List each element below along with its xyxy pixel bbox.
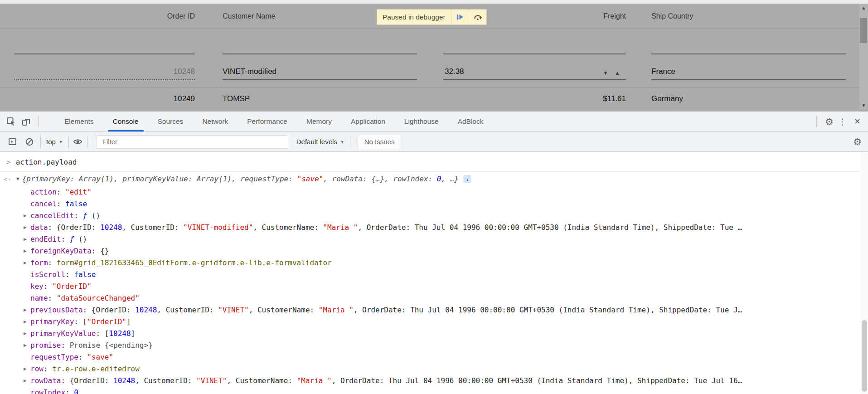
kebab-menu-icon[interactable]: ⋮ xyxy=(838,117,847,126)
filter-input-freight[interactable] xyxy=(443,29,626,54)
tab-network[interactable]: Network xyxy=(193,112,238,131)
grid-vertical-scrollbar[interactable]: ▲ ▼ xyxy=(859,4,868,110)
console-filter-input[interactable] xyxy=(97,135,288,149)
console-text-segment: 10248 xyxy=(135,306,157,314)
console-text-segment: "VINET" xyxy=(196,376,227,385)
filter-input-customer-name[interactable] xyxy=(223,29,417,54)
console-scrollbar-thumb[interactable] xyxy=(862,320,867,392)
console-text-segment: : xyxy=(44,365,52,373)
console-text-segment: : xyxy=(78,353,87,361)
expand-triangle-icon[interactable]: ▶ xyxy=(24,260,30,266)
no-issues-label: No Issues xyxy=(364,138,395,146)
tab-application[interactable]: Application xyxy=(341,112,395,131)
edit-customer-name-field[interactable]: VINET-modified xyxy=(223,59,417,80)
scrollbar-up-icon[interactable]: ▲ xyxy=(859,5,868,12)
resume-script-button[interactable] xyxy=(451,10,469,24)
clear-console-icon[interactable] xyxy=(24,136,35,147)
edit-ship-country-value: France xyxy=(651,67,675,76)
console-input-echo: > action.payload xyxy=(0,153,868,172)
tab-adblock[interactable]: AdBlock xyxy=(448,112,493,131)
console-text-segment: form#grid_1821633465_0EditForm.e-gridfor… xyxy=(57,258,332,267)
expand-triangle-icon[interactable]: ▶ xyxy=(24,319,30,325)
console-text-segment: , CustomerID: xyxy=(122,223,183,232)
console-property-row: requestType: "save" xyxy=(0,351,868,363)
console-text-segment: , …} xyxy=(441,175,459,183)
expand-triangle-icon[interactable]: ▶ xyxy=(24,236,30,242)
filter-input-ship-country[interactable] xyxy=(651,29,846,54)
console-text-segment: form xyxy=(30,258,48,267)
inspect-element-icon[interactable] xyxy=(5,116,16,127)
cell-freight: $11.61 xyxy=(603,94,626,103)
settings-gear-icon[interactable]: ⚙ xyxy=(825,117,834,126)
console-property-row: ▶primaryKeyValue: [10248] xyxy=(0,327,868,339)
console-text-segment: row xyxy=(30,365,44,373)
info-icon[interactable]: i xyxy=(463,175,471,183)
console-text-segment: "Maria " xyxy=(319,306,354,314)
console-scrollbar[interactable] xyxy=(861,153,868,394)
object-preview-line[interactable]: <· ▼ {primaryKey: Array(1), primaryKeyVa… xyxy=(0,172,868,186)
expand-triangle-icon[interactable]: ▶ xyxy=(24,331,30,336)
console-text-segment: : xyxy=(61,341,69,350)
edit-order-id-field: 10248 xyxy=(14,59,195,80)
console-toolbar: top ▼ Default levels ▼ No Issues ⚙ xyxy=(0,132,868,152)
console-text-segment: : xyxy=(48,258,57,267)
no-issues-button[interactable]: No Issues xyxy=(358,135,402,149)
scrollbar-thumb[interactable] xyxy=(860,18,867,43)
step-over-button[interactable] xyxy=(469,10,486,24)
live-expression-eye-icon[interactable] xyxy=(73,136,83,147)
console-text-segment: "VINET" xyxy=(218,306,248,314)
tab-sources[interactable]: Sources xyxy=(148,112,193,131)
console-text-segment: : xyxy=(57,199,65,208)
expand-triangle-icon[interactable]: ▶ xyxy=(24,307,30,313)
console-text-segment: tr.e-row.e-editedrow xyxy=(52,365,140,373)
console-property-row: action: "edit" xyxy=(0,186,868,198)
spinner-up-icon[interactable]: ▲ xyxy=(615,70,620,76)
dimmed-page-grid: Order ID Customer Name Freight Ship Coun… xyxy=(0,0,868,111)
close-devtools-icon[interactable]: ✕ xyxy=(854,117,861,126)
paused-banner-text: Paused in debugger xyxy=(377,10,451,24)
console-property-row: cancel: false xyxy=(0,198,868,209)
expand-triangle-icon[interactable]: ▶ xyxy=(24,224,30,230)
console-text-segment: 10248 xyxy=(113,376,135,385)
console-text-segment: isScroll xyxy=(30,270,65,279)
object-properties-list: action: "edit"cancel: false▶cancelEdit: … xyxy=(0,186,868,394)
grid-filter-row xyxy=(0,29,859,59)
expand-triangle-icon[interactable]: ▶ xyxy=(24,378,30,384)
chevron-down-icon: ▼ xyxy=(340,140,344,144)
context-selector[interactable]: top ▼ xyxy=(44,136,65,147)
filter-input-order-id[interactable] xyxy=(14,29,195,54)
spinner-down-icon[interactable]: ▼ xyxy=(603,70,608,76)
tab-performance[interactable]: Performance xyxy=(238,112,297,131)
console-text-segment: , CustomerName: xyxy=(227,376,297,385)
console-text-segment: "edit" xyxy=(65,188,92,196)
tab-console[interactable]: Console xyxy=(103,112,148,131)
console-text-segment: cancelEdit xyxy=(30,211,74,220)
collapse-triangle-icon[interactable]: ▼ xyxy=(16,176,19,182)
toolbar-separator xyxy=(350,136,350,148)
console-sidebar-icon[interactable] xyxy=(7,136,18,147)
console-settings-gear-icon[interactable]: ⚙ xyxy=(853,137,862,146)
column-header-order-id[interactable]: Order ID xyxy=(14,4,195,29)
log-levels-selector[interactable]: Default levels ▼ xyxy=(295,136,346,147)
scrollbar-down-icon[interactable]: ▼ xyxy=(859,102,868,109)
console-text-segment: "OrderID" xyxy=(87,317,126,326)
console-property-row: ▶data: {OrderID: 10248, CustomerID: "VIN… xyxy=(0,221,868,233)
device-toolbar-icon[interactable] xyxy=(21,116,32,127)
expand-triangle-icon[interactable]: ▶ xyxy=(24,366,30,372)
console-text-segment: , rowData: {…}, rowIndex: xyxy=(323,175,436,183)
console-property-row: name: "dataSourceChanged" xyxy=(0,292,868,304)
freight-number-spinner: ▼▲ xyxy=(596,70,620,76)
tab-lighthouse[interactable]: Lighthouse xyxy=(395,112,448,131)
tab-elements[interactable]: Elements xyxy=(55,112,103,131)
console-text-segment: false xyxy=(74,270,96,279)
column-header-label: Customer Name xyxy=(223,12,275,20)
column-header-ship-country[interactable]: Ship Country xyxy=(651,4,846,29)
expand-triangle-icon[interactable]: ▶ xyxy=(24,213,30,219)
grid-data-row[interactable]: 10249 TOMSP $11.61 Germany xyxy=(0,88,859,110)
expand-triangle-icon[interactable]: ▶ xyxy=(24,248,30,254)
log-levels-value: Default levels xyxy=(296,138,337,146)
tab-memory[interactable]: Memory xyxy=(297,112,341,131)
console-text-segment: ƒ xyxy=(83,211,87,220)
edit-ship-country-field[interactable]: France xyxy=(651,59,846,80)
expand-triangle-icon[interactable]: ▶ xyxy=(24,342,30,348)
